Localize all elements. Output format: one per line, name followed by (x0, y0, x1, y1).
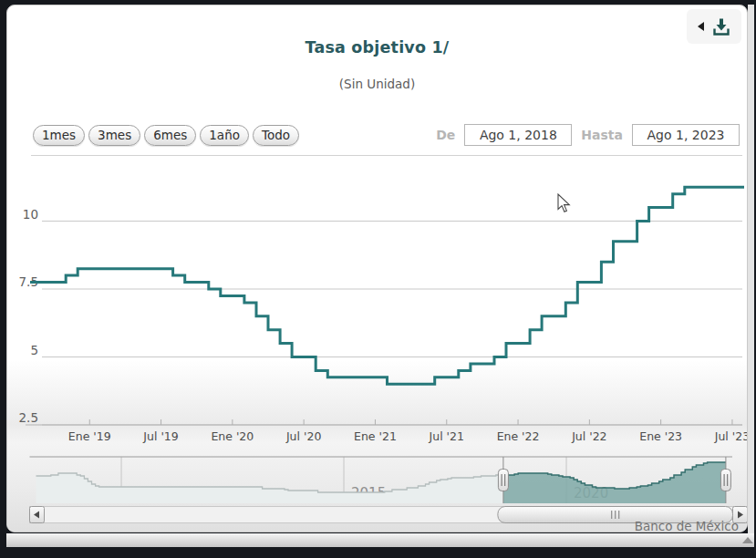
svg-text:2.5: 2.5 (19, 410, 38, 425)
date-from-input[interactable] (464, 124, 572, 146)
range-button-3mes[interactable]: 3mes (88, 125, 140, 146)
x-axis-labels: Ene '19Jul '19Ene '20Jul '20Ene '21Jul '… (68, 429, 748, 443)
svg-text:Jul '20: Jul '20 (285, 429, 321, 443)
svg-text:Jul '23: Jul '23 (714, 429, 748, 443)
svg-text:Ene '21: Ene '21 (354, 429, 397, 443)
date-to-input[interactable] (632, 124, 740, 146)
screenshot-frame: Tasa objetivo 1/ (Sin Unidad) 1mes 3mes … (0, 0, 756, 558)
svg-text:Jul '19: Jul '19 (142, 429, 178, 443)
series-line[interactable] (30, 187, 744, 384)
collapse-left-icon[interactable] (698, 22, 704, 31)
svg-text:Ene '22: Ene '22 (497, 429, 540, 443)
horizontal-scrollbar-track[interactable] (6, 533, 754, 547)
svg-text:Jul '22: Jul '22 (571, 429, 606, 443)
range-button-6mes[interactable]: 6mes (144, 125, 196, 146)
y-axis-labels: 2.557.510 (19, 207, 38, 426)
chart-canvas[interactable]: 2.557.510 Ene '19Jul '19Ene '20Jul '20En… (7, 156, 748, 532)
range-button-todo[interactable]: Todo (253, 125, 299, 146)
date-range-controls: De Hasta (436, 124, 740, 146)
range-button-1mes[interactable]: 1mes (33, 125, 85, 146)
svg-text:10: 10 (23, 207, 38, 222)
controls-row: 1mes 3mes 6mes 1año Todo De Hasta (33, 122, 740, 148)
vertical-scrollbar-track[interactable] (748, 5, 754, 546)
range-buttons: 1mes 3mes 6mes 1año Todo (33, 125, 299, 146)
svg-text:Ene '19: Ene '19 (68, 429, 111, 443)
x-axis (26, 419, 742, 425)
chart-region: 2.557.510 Ene '19Jul '19Ene '20Jul '20En… (7, 156, 748, 532)
main-gridlines (42, 222, 742, 426)
chart-title: Tasa objetivo 1/ (7, 38, 747, 57)
navigator-area-chart[interactable] (36, 462, 726, 503)
chart-subtitle: (Sin Unidad) (7, 77, 747, 91)
credit-label: Banco de México (635, 519, 739, 532)
svg-text:Ene '23: Ene '23 (639, 429, 682, 443)
chart-card: Tasa objetivo 1/ (Sin Unidad) 1mes 3mes … (6, 5, 748, 532)
scroll-up-arrow-icon[interactable] (742, 537, 753, 543)
svg-text:Jul '21: Jul '21 (429, 429, 464, 443)
download-icon[interactable] (712, 17, 730, 36)
date-to-label: Hasta (581, 128, 623, 142)
range-button-1ano[interactable]: 1año (200, 125, 249, 146)
svg-text:Ene '20: Ene '20 (211, 429, 254, 443)
svg-text:5: 5 (30, 343, 38, 357)
date-from-label: De (436, 128, 455, 142)
